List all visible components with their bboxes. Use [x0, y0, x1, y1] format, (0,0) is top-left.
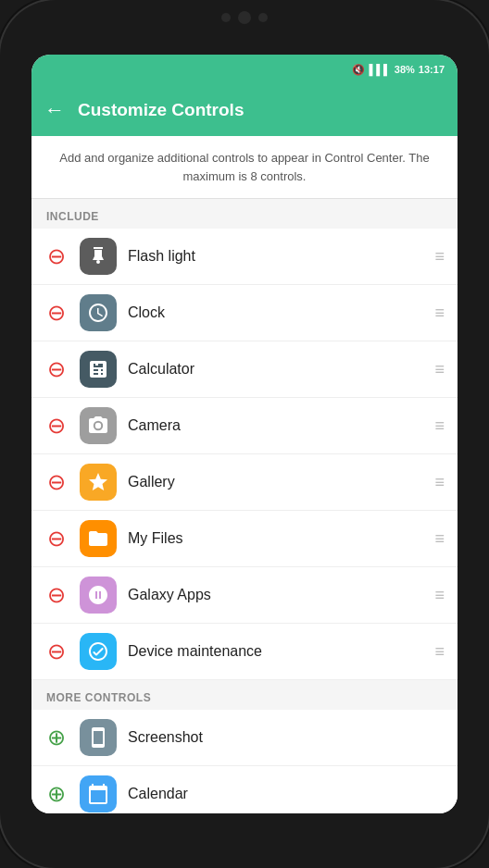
myfiles-icon [80, 520, 117, 557]
remove-myfiles-button[interactable]: ⊖ [44, 527, 69, 551]
drag-handle[interactable]: ≡ [434, 416, 445, 436]
calendar-label: Calendar [128, 786, 445, 802]
mute-icon: 🔇 [352, 64, 365, 76]
clock-icon [80, 294, 117, 331]
remove-clock1-button[interactable]: ⊖ [44, 301, 69, 325]
gallery-icon [80, 464, 117, 501]
remove-galaxyapps-button[interactable]: ⊖ [44, 583, 69, 607]
flashlight-label: Flash light [128, 248, 434, 265]
screenshot-icon [80, 719, 117, 756]
page-title: Customize Controls [78, 100, 244, 120]
list-item[interactable]: ⊖ Galaxy Apps ≡ [31, 567, 458, 624]
devicemaint-label: Device maintenance [128, 643, 434, 660]
flashlight-icon [80, 238, 117, 275]
drag-handle[interactable]: ≡ [434, 247, 445, 267]
status-bar: 🔇 ▌▌▌ 38% 13:17 [31, 55, 458, 84]
add-screenshot-button[interactable]: ⊕ [44, 725, 69, 750]
calculator-icon [80, 351, 117, 388]
drag-handle[interactable]: ≡ [434, 473, 445, 492]
battery-level: 38% [395, 64, 415, 75]
camera-include-label: Camera [128, 417, 434, 434]
drag-handle[interactable]: ≡ [434, 586, 445, 605]
remove-flashlight-button[interactable]: ⊖ [44, 244, 69, 268]
list-container[interactable]: INCLUDE ⊖ Flash light ≡ ⊖ Clock ≡ [31, 199, 458, 813]
list-item[interactable]: ⊖ Calculator ≡ [31, 341, 458, 398]
galaxyapps-icon [80, 577, 117, 614]
phone-frame: 🔇 ▌▌▌ 38% 13:17 ← Customize Controls Add… [0, 0, 489, 868]
top-bar: ← Customize Controls [31, 84, 458, 136]
remove-calculator-button[interactable]: ⊖ [44, 357, 69, 381]
galaxyapps-label: Galaxy Apps [128, 587, 434, 603]
time-display: 13:17 [419, 64, 445, 75]
remove-devicemaint-button[interactable]: ⊖ [44, 639, 69, 663]
myfiles-label: My Files [128, 530, 434, 547]
camera-icon [80, 407, 117, 444]
calculator-label: Calculator [128, 361, 434, 378]
list-item[interactable]: ⊖ Camera ≡ [31, 398, 458, 454]
more-controls-section-header: MORE CONTROLS [31, 680, 458, 710]
list-item[interactable]: ⊖ Clock ≡ [31, 285, 458, 341]
back-button[interactable]: ← [44, 98, 65, 122]
list-item[interactable]: ⊖ Device maintenance ≡ [31, 624, 458, 680]
status-bar-icons: 🔇 ▌▌▌ 38% 13:17 [352, 64, 445, 76]
calendar-icon [80, 775, 117, 812]
add-calendar-button[interactable]: ⊕ [44, 782, 69, 806]
gallery-label: Gallery [128, 474, 434, 490]
list-item[interactable]: ⊖ Gallery ≡ [31, 454, 458, 511]
list-item[interactable]: ⊖ My Files ≡ [31, 511, 458, 567]
drag-handle[interactable]: ≡ [434, 642, 445, 662]
remove-gallery-button[interactable]: ⊖ [44, 470, 69, 494]
drag-handle[interactable]: ≡ [434, 360, 445, 379]
remove-camera-button[interactable]: ⊖ [44, 414, 69, 438]
description-text: Add and organize additional controls to … [31, 136, 458, 199]
clock1-label: Clock [128, 304, 434, 321]
list-item[interactable]: ⊖ Flash light ≡ [31, 229, 458, 285]
signal-icon: ▌▌▌ [369, 64, 390, 75]
list-item[interactable]: ⊕ Screenshot [31, 710, 458, 766]
list-item[interactable]: ⊕ Calendar [31, 766, 458, 813]
drag-handle[interactable]: ≡ [434, 304, 445, 323]
include-section-header: INCLUDE [31, 199, 458, 229]
phone-screen: 🔇 ▌▌▌ 38% 13:17 ← Customize Controls Add… [31, 55, 458, 813]
drag-handle[interactable]: ≡ [434, 529, 445, 549]
screenshot-label: Screenshot [128, 729, 445, 746]
devicemaint-icon [80, 633, 117, 670]
